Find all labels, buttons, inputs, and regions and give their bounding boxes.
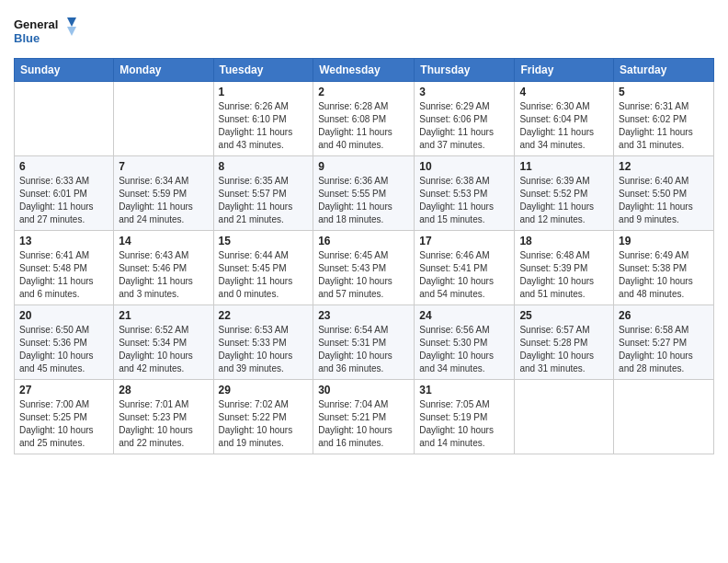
calendar-cell: 21Sunrise: 6:52 AM Sunset: 5:34 PM Dayli…: [114, 305, 213, 380]
calendar-week-5: 27Sunrise: 7:00 AM Sunset: 5:25 PM Dayli…: [15, 380, 714, 454]
weekday-header-sunday: Sunday: [15, 59, 114, 82]
weekday-header-monday: Monday: [114, 59, 213, 82]
weekday-header-friday: Friday: [515, 59, 614, 82]
day-number: 20: [19, 309, 108, 322]
header: General Blue: [14, 9, 714, 51]
day-info: Sunrise: 7:01 AM Sunset: 5:23 PM Dayligh…: [119, 398, 208, 450]
day-number: 1: [219, 86, 309, 98]
calendar-week-3: 13Sunrise: 6:41 AM Sunset: 5:48 PM Dayli…: [15, 231, 714, 305]
day-number: 8: [219, 160, 309, 173]
day-number: 23: [318, 309, 409, 322]
day-number: 14: [119, 235, 208, 247]
day-info: Sunrise: 6:52 AM Sunset: 5:34 PM Dayligh…: [119, 324, 208, 375]
day-number: 22: [219, 309, 309, 322]
day-info: Sunrise: 6:49 AM Sunset: 5:38 PM Dayligh…: [619, 249, 709, 301]
calendar-week-1: 1Sunrise: 6:26 AM Sunset: 6:10 PM Daylig…: [15, 82, 714, 156]
day-number: 29: [219, 384, 309, 396]
calendar-cell: 4Sunrise: 6:30 AM Sunset: 6:04 PM Daylig…: [515, 82, 614, 156]
weekday-header-saturday: Saturday: [614, 59, 714, 82]
day-info: Sunrise: 6:29 AM Sunset: 6:06 PM Dayligh…: [419, 100, 509, 152]
calendar-cell: [15, 82, 114, 156]
calendar-cell: 23Sunrise: 6:54 AM Sunset: 5:31 PM Dayli…: [313, 305, 415, 380]
day-info: Sunrise: 6:54 AM Sunset: 5:31 PM Dayligh…: [318, 324, 409, 375]
day-info: Sunrise: 6:30 AM Sunset: 6:04 PM Dayligh…: [519, 100, 609, 152]
calendar-cell: 7Sunrise: 6:34 AM Sunset: 5:59 PM Daylig…: [114, 156, 213, 231]
calendar-cell: 29Sunrise: 7:02 AM Sunset: 5:22 PM Dayli…: [213, 380, 313, 454]
day-info: Sunrise: 6:38 AM Sunset: 5:53 PM Dayligh…: [419, 175, 509, 226]
day-info: Sunrise: 6:56 AM Sunset: 5:30 PM Dayligh…: [419, 324, 509, 375]
calendar-cell: 20Sunrise: 6:50 AM Sunset: 5:36 PM Dayli…: [15, 305, 114, 380]
calendar-cell: 24Sunrise: 6:56 AM Sunset: 5:30 PM Dayli…: [415, 305, 515, 380]
svg-text:General: General: [14, 17, 58, 31]
calendar-week-4: 20Sunrise: 6:50 AM Sunset: 5:36 PM Dayli…: [15, 305, 714, 380]
logo: General Blue: [14, 14, 78, 51]
calendar-cell: 30Sunrise: 7:04 AM Sunset: 5:21 PM Dayli…: [313, 380, 415, 454]
calendar-cell: 5Sunrise: 6:31 AM Sunset: 6:02 PM Daylig…: [614, 82, 714, 156]
day-number: 3: [419, 86, 509, 98]
day-number: 12: [619, 160, 709, 173]
day-number: 11: [519, 160, 609, 173]
svg-marker-2: [67, 17, 76, 27]
calendar-cell: 26Sunrise: 6:58 AM Sunset: 5:27 PM Dayli…: [614, 305, 714, 380]
calendar-cell: 10Sunrise: 6:38 AM Sunset: 5:53 PM Dayli…: [415, 156, 515, 231]
day-number: 10: [419, 160, 509, 173]
calendar-cell: 16Sunrise: 6:45 AM Sunset: 5:43 PM Dayli…: [313, 231, 415, 305]
weekday-header-tuesday: Tuesday: [213, 59, 313, 82]
day-number: 19: [619, 235, 709, 247]
calendar-cell: 17Sunrise: 6:46 AM Sunset: 5:41 PM Dayli…: [415, 231, 515, 305]
day-number: 9: [318, 160, 409, 173]
calendar-cell: [114, 82, 213, 156]
logo-svg: General Blue: [14, 14, 78, 51]
day-number: 28: [119, 384, 208, 396]
day-info: Sunrise: 6:41 AM Sunset: 5:48 PM Dayligh…: [19, 249, 108, 301]
calendar-cell: 6Sunrise: 6:33 AM Sunset: 6:01 PM Daylig…: [15, 156, 114, 231]
day-number: 16: [318, 235, 409, 247]
weekday-header-thursday: Thursday: [415, 59, 515, 82]
day-info: Sunrise: 6:57 AM Sunset: 5:28 PM Dayligh…: [519, 324, 609, 375]
day-info: Sunrise: 6:50 AM Sunset: 5:36 PM Dayligh…: [19, 324, 108, 375]
calendar-cell: 13Sunrise: 6:41 AM Sunset: 5:48 PM Dayli…: [15, 231, 114, 305]
day-number: 25: [519, 309, 609, 322]
calendar-cell: 12Sunrise: 6:40 AM Sunset: 5:50 PM Dayli…: [614, 156, 714, 231]
day-info: Sunrise: 6:40 AM Sunset: 5:50 PM Dayligh…: [619, 175, 709, 226]
day-info: Sunrise: 6:53 AM Sunset: 5:33 PM Dayligh…: [219, 324, 309, 375]
calendar-cell: [614, 380, 714, 454]
calendar-cell: 19Sunrise: 6:49 AM Sunset: 5:38 PM Dayli…: [614, 231, 714, 305]
calendar-cell: 22Sunrise: 6:53 AM Sunset: 5:33 PM Dayli…: [213, 305, 313, 380]
day-info: Sunrise: 6:26 AM Sunset: 6:10 PM Dayligh…: [219, 100, 309, 152]
day-number: 7: [119, 160, 208, 173]
weekday-header-row: SundayMondayTuesdayWednesdayThursdayFrid…: [15, 59, 714, 82]
calendar-page: General Blue SundayMondayTuesdayWednesda…: [0, 0, 728, 563]
calendar-cell: [515, 380, 614, 454]
day-info: Sunrise: 6:58 AM Sunset: 5:27 PM Dayligh…: [619, 324, 709, 375]
calendar-cell: 15Sunrise: 6:44 AM Sunset: 5:45 PM Dayli…: [213, 231, 313, 305]
day-info: Sunrise: 6:35 AM Sunset: 5:57 PM Dayligh…: [219, 175, 309, 226]
day-info: Sunrise: 6:48 AM Sunset: 5:39 PM Dayligh…: [519, 249, 609, 301]
day-info: Sunrise: 6:44 AM Sunset: 5:45 PM Dayligh…: [219, 249, 309, 301]
svg-marker-3: [67, 27, 76, 36]
day-info: Sunrise: 7:02 AM Sunset: 5:22 PM Dayligh…: [219, 398, 309, 450]
day-number: 5: [619, 86, 709, 98]
weekday-header-wednesday: Wednesday: [313, 59, 415, 82]
day-number: 13: [19, 235, 108, 247]
day-number: 6: [19, 160, 108, 173]
day-number: 26: [619, 309, 709, 322]
day-info: Sunrise: 7:04 AM Sunset: 5:21 PM Dayligh…: [318, 398, 409, 450]
calendar-cell: 25Sunrise: 6:57 AM Sunset: 5:28 PM Dayli…: [515, 305, 614, 380]
day-number: 4: [519, 86, 609, 98]
calendar-cell: 1Sunrise: 6:26 AM Sunset: 6:10 PM Daylig…: [213, 82, 313, 156]
day-number: 30: [318, 384, 409, 396]
day-info: Sunrise: 7:05 AM Sunset: 5:19 PM Dayligh…: [419, 398, 509, 450]
day-info: Sunrise: 6:34 AM Sunset: 5:59 PM Dayligh…: [119, 175, 208, 226]
calendar-cell: 8Sunrise: 6:35 AM Sunset: 5:57 PM Daylig…: [213, 156, 313, 231]
calendar-cell: 9Sunrise: 6:36 AM Sunset: 5:55 PM Daylig…: [313, 156, 415, 231]
calendar-cell: 11Sunrise: 6:39 AM Sunset: 5:52 PM Dayli…: [515, 156, 614, 231]
calendar-week-2: 6Sunrise: 6:33 AM Sunset: 6:01 PM Daylig…: [15, 156, 714, 231]
day-info: Sunrise: 6:46 AM Sunset: 5:41 PM Dayligh…: [419, 249, 509, 301]
calendar-cell: 27Sunrise: 7:00 AM Sunset: 5:25 PM Dayli…: [15, 380, 114, 454]
day-number: 15: [219, 235, 309, 247]
day-number: 2: [318, 86, 409, 98]
day-info: Sunrise: 6:31 AM Sunset: 6:02 PM Dayligh…: [619, 100, 709, 152]
calendar-cell: 18Sunrise: 6:48 AM Sunset: 5:39 PM Dayli…: [515, 231, 614, 305]
calendar-cell: 14Sunrise: 6:43 AM Sunset: 5:46 PM Dayli…: [114, 231, 213, 305]
